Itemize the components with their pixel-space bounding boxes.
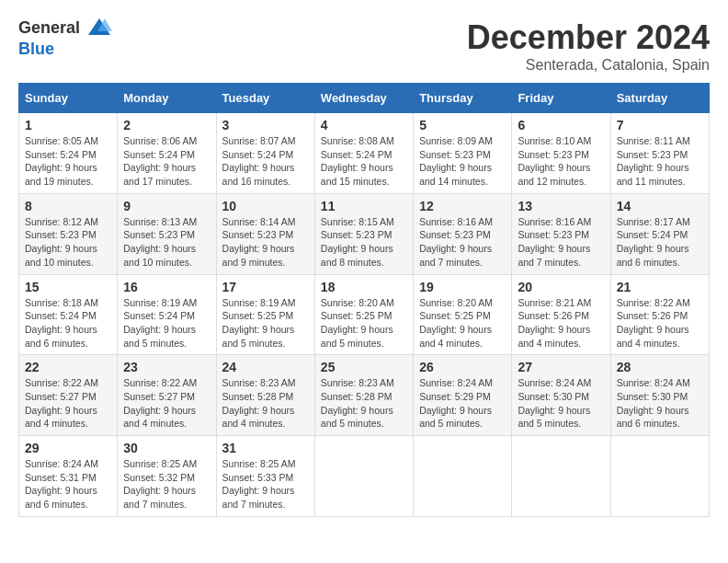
day-number: 4 bbox=[321, 118, 407, 132]
logo-blue: Blue bbox=[18, 40, 112, 59]
day-info: Sunrise: 8:24 AM Sunset: 5:30 PM Dayligh… bbox=[617, 376, 703, 431]
day-number: 30 bbox=[123, 441, 210, 455]
calendar-cell: 10 Sunrise: 8:14 AM Sunset: 5:23 PM Dayl… bbox=[216, 193, 314, 274]
day-number: 7 bbox=[617, 118, 703, 132]
day-number: 1 bbox=[25, 118, 111, 132]
day-number: 14 bbox=[617, 199, 703, 213]
calendar-cell: 21 Sunrise: 8:22 AM Sunset: 5:26 PM Dayl… bbox=[610, 274, 709, 355]
calendar-week-row: 15 Sunrise: 8:18 AM Sunset: 5:24 PM Dayl… bbox=[19, 274, 710, 355]
day-number: 2 bbox=[123, 118, 210, 132]
day-number: 22 bbox=[25, 360, 111, 374]
calendar-cell: 4 Sunrise: 8:08 AM Sunset: 5:24 PM Dayli… bbox=[314, 113, 413, 194]
calendar-cell: 23 Sunrise: 8:22 AM Sunset: 5:27 PM Dayl… bbox=[118, 355, 216, 436]
header: General Blue December 2024 Senterada, Ca… bbox=[18, 18, 710, 74]
day-number: 12 bbox=[419, 199, 506, 213]
day-number: 11 bbox=[321, 199, 407, 213]
day-header-sunday: Sunday bbox=[19, 84, 118, 113]
day-info: Sunrise: 8:21 AM Sunset: 5:26 PM Dayligh… bbox=[518, 296, 604, 350]
logo-text: General Blue bbox=[18, 18, 112, 59]
calendar-header-row: SundayMondayTuesdayWednesdayThursdayFrid… bbox=[19, 84, 710, 113]
day-header-friday: Friday bbox=[512, 84, 610, 113]
day-number: 28 bbox=[617, 360, 703, 374]
day-header-saturday: Saturday bbox=[610, 84, 709, 113]
day-info: Sunrise: 8:24 AM Sunset: 5:31 PM Dayligh… bbox=[25, 457, 111, 511]
day-number: 23 bbox=[123, 360, 210, 374]
day-info: Sunrise: 8:23 AM Sunset: 5:28 PM Dayligh… bbox=[222, 376, 309, 431]
calendar-cell: 22 Sunrise: 8:22 AM Sunset: 5:27 PM Dayl… bbox=[19, 355, 118, 436]
day-number: 18 bbox=[321, 280, 407, 294]
calendar-cell bbox=[414, 436, 512, 517]
calendar-cell: 14 Sunrise: 8:17 AM Sunset: 5:24 PM Dayl… bbox=[610, 193, 709, 274]
calendar-week-row: 8 Sunrise: 8:12 AM Sunset: 5:23 PM Dayli… bbox=[19, 193, 710, 274]
day-info: Sunrise: 8:20 AM Sunset: 5:25 PM Dayligh… bbox=[419, 296, 506, 350]
day-info: Sunrise: 8:22 AM Sunset: 5:27 PM Dayligh… bbox=[25, 376, 111, 431]
day-info: Sunrise: 8:20 AM Sunset: 5:25 PM Dayligh… bbox=[321, 296, 407, 350]
calendar-week-row: 29 Sunrise: 8:24 AM Sunset: 5:31 PM Dayl… bbox=[19, 436, 710, 517]
day-info: Sunrise: 8:19 AM Sunset: 5:25 PM Dayligh… bbox=[222, 296, 309, 350]
day-info: Sunrise: 8:25 AM Sunset: 5:33 PM Dayligh… bbox=[222, 457, 309, 511]
day-info: Sunrise: 8:09 AM Sunset: 5:23 PM Dayligh… bbox=[419, 134, 506, 189]
day-info: Sunrise: 8:10 AM Sunset: 5:23 PM Dayligh… bbox=[518, 134, 604, 189]
calendar-cell: 5 Sunrise: 8:09 AM Sunset: 5:23 PM Dayli… bbox=[414, 113, 512, 194]
day-info: Sunrise: 8:06 AM Sunset: 5:24 PM Dayligh… bbox=[123, 134, 210, 189]
logo-general: General bbox=[18, 18, 112, 40]
day-info: Sunrise: 8:16 AM Sunset: 5:23 PM Dayligh… bbox=[419, 215, 506, 270]
day-number: 15 bbox=[25, 280, 111, 294]
day-header-monday: Monday bbox=[118, 84, 216, 113]
calendar-cell: 30 Sunrise: 8:25 AM Sunset: 5:32 PM Dayl… bbox=[118, 436, 216, 517]
calendar-cell: 20 Sunrise: 8:21 AM Sunset: 5:26 PM Dayl… bbox=[512, 274, 610, 355]
calendar-cell: 24 Sunrise: 8:23 AM Sunset: 5:28 PM Dayl… bbox=[216, 355, 314, 436]
day-number: 5 bbox=[419, 118, 506, 132]
calendar-cell: 19 Sunrise: 8:20 AM Sunset: 5:25 PM Dayl… bbox=[414, 274, 512, 355]
day-number: 24 bbox=[222, 360, 309, 374]
day-number: 8 bbox=[25, 199, 111, 213]
day-header-thursday: Thursday bbox=[414, 84, 512, 113]
calendar-cell: 29 Sunrise: 8:24 AM Sunset: 5:31 PM Dayl… bbox=[19, 436, 118, 517]
calendar-week-row: 22 Sunrise: 8:22 AM Sunset: 5:27 PM Dayl… bbox=[19, 355, 710, 436]
day-number: 29 bbox=[25, 441, 111, 455]
calendar-cell: 13 Sunrise: 8:16 AM Sunset: 5:23 PM Dayl… bbox=[512, 193, 610, 274]
calendar-cell: 31 Sunrise: 8:25 AM Sunset: 5:33 PM Dayl… bbox=[216, 436, 314, 517]
day-info: Sunrise: 8:11 AM Sunset: 5:23 PM Dayligh… bbox=[617, 134, 703, 189]
calendar-cell: 18 Sunrise: 8:20 AM Sunset: 5:25 PM Dayl… bbox=[314, 274, 413, 355]
calendar-cell: 16 Sunrise: 8:19 AM Sunset: 5:24 PM Dayl… bbox=[118, 274, 216, 355]
day-info: Sunrise: 8:14 AM Sunset: 5:23 PM Dayligh… bbox=[222, 215, 309, 270]
day-info: Sunrise: 8:13 AM Sunset: 5:23 PM Dayligh… bbox=[123, 215, 210, 270]
day-info: Sunrise: 8:24 AM Sunset: 5:29 PM Dayligh… bbox=[419, 376, 506, 431]
day-number: 9 bbox=[123, 199, 210, 213]
calendar-cell: 3 Sunrise: 8:07 AM Sunset: 5:24 PM Dayli… bbox=[216, 113, 314, 194]
day-header-wednesday: Wednesday bbox=[314, 84, 413, 113]
day-info: Sunrise: 8:12 AM Sunset: 5:23 PM Dayligh… bbox=[25, 215, 111, 270]
calendar-cell: 28 Sunrise: 8:24 AM Sunset: 5:30 PM Dayl… bbox=[610, 355, 709, 436]
month-title: December 2024 bbox=[467, 18, 710, 57]
calendar-cell: 25 Sunrise: 8:23 AM Sunset: 5:28 PM Dayl… bbox=[314, 355, 413, 436]
day-number: 21 bbox=[617, 280, 703, 294]
calendar-cell: 11 Sunrise: 8:15 AM Sunset: 5:23 PM Dayl… bbox=[314, 193, 413, 274]
day-info: Sunrise: 8:18 AM Sunset: 5:24 PM Dayligh… bbox=[25, 296, 111, 350]
day-info: Sunrise: 8:17 AM Sunset: 5:24 PM Dayligh… bbox=[617, 215, 703, 270]
day-info: Sunrise: 8:23 AM Sunset: 5:28 PM Dayligh… bbox=[321, 376, 407, 431]
day-number: 13 bbox=[518, 199, 604, 213]
calendar-cell: 15 Sunrise: 8:18 AM Sunset: 5:24 PM Dayl… bbox=[19, 274, 118, 355]
day-number: 3 bbox=[222, 118, 309, 132]
calendar-cell bbox=[512, 436, 610, 517]
day-info: Sunrise: 8:05 AM Sunset: 5:24 PM Dayligh… bbox=[25, 134, 111, 189]
day-info: Sunrise: 8:16 AM Sunset: 5:23 PM Dayligh… bbox=[518, 215, 604, 270]
subtitle: Senterada, Catalonia, Spain bbox=[467, 57, 710, 74]
day-info: Sunrise: 8:15 AM Sunset: 5:23 PM Dayligh… bbox=[321, 215, 407, 270]
calendar: SundayMondayTuesdayWednesdayThursdayFrid… bbox=[18, 83, 710, 517]
day-number: 16 bbox=[123, 280, 210, 294]
day-number: 31 bbox=[222, 441, 309, 455]
logo-icon bbox=[86, 15, 112, 40]
day-info: Sunrise: 8:25 AM Sunset: 5:32 PM Dayligh… bbox=[123, 457, 210, 511]
day-number: 10 bbox=[222, 199, 309, 213]
calendar-cell: 27 Sunrise: 8:24 AM Sunset: 5:30 PM Dayl… bbox=[512, 355, 610, 436]
calendar-cell: 7 Sunrise: 8:11 AM Sunset: 5:23 PM Dayli… bbox=[610, 113, 709, 194]
day-number: 19 bbox=[419, 280, 506, 294]
day-number: 27 bbox=[518, 360, 604, 374]
logo: General Blue bbox=[18, 18, 112, 59]
calendar-cell: 26 Sunrise: 8:24 AM Sunset: 5:29 PM Dayl… bbox=[414, 355, 512, 436]
day-info: Sunrise: 8:24 AM Sunset: 5:30 PM Dayligh… bbox=[518, 376, 604, 431]
calendar-week-row: 1 Sunrise: 8:05 AM Sunset: 5:24 PM Dayli… bbox=[19, 113, 710, 194]
day-info: Sunrise: 8:22 AM Sunset: 5:27 PM Dayligh… bbox=[123, 376, 210, 431]
